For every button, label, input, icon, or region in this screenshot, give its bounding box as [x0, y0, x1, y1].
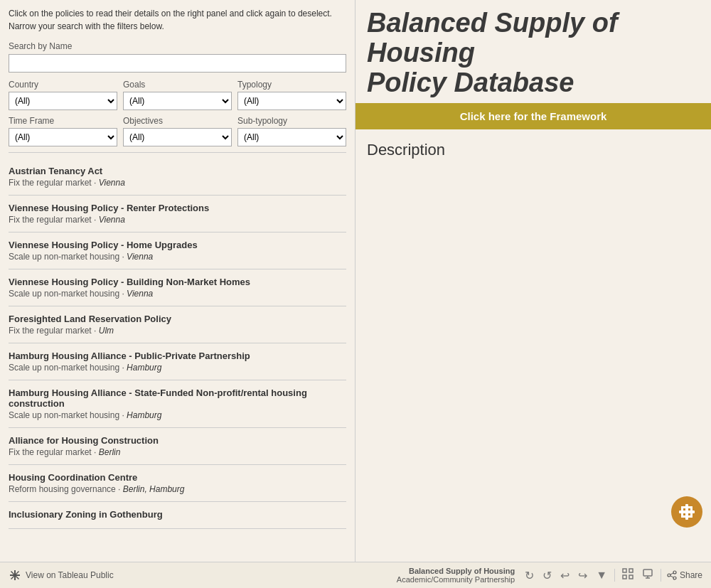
svg-rect-13 [629, 575, 633, 579]
policy-title: Foresighted Land Reservation Policy [9, 314, 346, 324]
list-item[interactable]: Viennese Housing Policy - Renter Protect… [9, 196, 346, 232]
goals-filter-group: Goals (All) [123, 80, 232, 110]
country-filter-label: Country [9, 80, 117, 90]
more-button[interactable]: ▼ [594, 567, 609, 583]
policy-title: Hamburg Housing Alliance - Public-Privat… [9, 351, 346, 361]
svg-rect-10 [623, 569, 626, 572]
timeframe-filter-group: Time Frame (All) [9, 116, 117, 146]
svg-point-19 [673, 577, 676, 579]
list-item[interactable]: Housing Coordination Centre Reform housi… [9, 465, 346, 502]
list-item[interactable]: Viennese Housing Policy - Building Non-M… [9, 269, 346, 306]
policy-title: Housing Coordination Centre [9, 472, 346, 483]
tableau-logo-icon [671, 496, 702, 528]
download-icon [642, 568, 653, 579]
svg-rect-14 [643, 570, 652, 576]
list-item[interactable]: Inclusionary Zoning in Gothenburg [9, 502, 346, 529]
goals-filter-label: Goals [123, 80, 232, 90]
typology-filter-label: Typology [237, 80, 346, 90]
svg-rect-12 [623, 575, 626, 579]
svg-rect-5 [681, 515, 693, 518]
policy-subtitle: Scale up non-market housing · Hamburg [9, 363, 346, 373]
tableau-svg-icon [677, 502, 697, 522]
typology-filter-group: Typology (All) [237, 80, 346, 110]
country-filter-group: Country (All) [9, 80, 117, 110]
policy-title: Hamburg Housing Alliance - State-Funded … [9, 387, 346, 409]
redo-button[interactable]: ↺ [541, 567, 553, 584]
goals-filter-select[interactable]: (All) [123, 92, 232, 110]
separator [614, 569, 615, 582]
policy-subtitle: Fix the regular market · Vienna [9, 178, 346, 188]
policy-subtitle: Fix the regular market · Ulm [9, 326, 346, 336]
policy-subtitle: Scale up non-market housing · Vienna [9, 252, 346, 262]
list-item[interactable]: Hamburg Housing Alliance - Public-Privat… [9, 343, 346, 380]
bottom-right-info: Balanced Supply of Housing Academic/Comm… [397, 567, 515, 584]
policy-subtitle: Reform housing governance · Berlin, Hamb… [9, 484, 346, 494]
policy-title: Alliance for Housing Construction [9, 435, 346, 446]
svg-rect-4 [681, 506, 693, 508]
filters-row-1: Country (All) Goals (All) Typology (All) [9, 80, 346, 110]
list-item[interactable]: Viennese Housing Policy - Home Upgrades … [9, 232, 346, 269]
bottom-left: View on Tableau Public [9, 569, 114, 582]
undo-button[interactable]: ↻ [523, 567, 535, 584]
policy-title: Viennese Housing Policy - Building Non-M… [9, 277, 346, 287]
separator-2 [661, 569, 661, 582]
share-label: Share [680, 570, 702, 580]
list-item[interactable]: Austrian Tenancy Act Fix the regular mar… [9, 159, 346, 196]
search-input[interactable] [9, 54, 346, 73]
framework-button[interactable]: Click here for the Framework [356, 103, 711, 129]
subtypology-filter-select[interactable]: (All) [237, 128, 346, 146]
svg-point-17 [673, 571, 676, 574]
left-panel: Click on the policies to read their deta… [0, 0, 356, 562]
fullscreen-icon [622, 568, 634, 579]
reset-button[interactable]: ↩ [559, 567, 571, 584]
subtypology-filter-group: Sub-typology (All) [237, 116, 346, 146]
objectives-filter-label: Objectives [123, 116, 232, 126]
tableau-small-icon [9, 569, 21, 582]
svg-point-18 [668, 574, 670, 577]
instructions-text: Click on the policies to read their deta… [9, 7, 346, 33]
filters-row-2: Time Frame (All) Objectives (All) Sub-ty… [9, 116, 346, 146]
timeframe-filter-select[interactable]: (All) [9, 128, 117, 146]
forward-button[interactable]: ↪ [577, 567, 589, 584]
list-item[interactable]: Foresighted Land Reservation Policy Fix … [9, 306, 346, 343]
share-button[interactable]: Share [667, 570, 702, 580]
policy-title: Inclusionary Zoning in Gothenburg [9, 509, 346, 520]
list-item[interactable]: Hamburg Housing Alliance - State-Funded … [9, 380, 346, 428]
fullscreen-button[interactable] [621, 567, 635, 584]
description-section: Description [356, 135, 711, 165]
objectives-filter-group: Objectives (All) [123, 116, 232, 146]
policy-title: Austrian Tenancy Act [9, 166, 346, 176]
policy-subtitle: Fix the regular market · Vienna [9, 215, 346, 225]
typology-filter-select[interactable]: (All) [237, 92, 346, 110]
svg-rect-11 [629, 569, 633, 572]
country-filter-select[interactable]: (All) [9, 92, 117, 110]
policy-subtitle: Scale up non-market housing · Vienna [9, 289, 346, 299]
list-item[interactable]: Alliance for Housing Construction Fix th… [9, 428, 346, 465]
svg-line-21 [670, 576, 673, 577]
download-button[interactable] [641, 567, 655, 584]
share-icon [667, 570, 677, 580]
bottom-bar: View on Tableau Public Balanced Supply o… [0, 562, 711, 588]
subtypology-filter-label: Sub-typology [237, 116, 346, 126]
view-on-tableau-label[interactable]: View on Tableau Public [26, 570, 114, 580]
right-panel-inner: Balanced Supply of Housing Policy Databa… [356, 0, 711, 562]
policy-subtitle: Fix the regular market · Berlin [9, 447, 346, 457]
policy-list: Austrian Tenancy Act Fix the regular mar… [9, 159, 346, 529]
footer-subtitle: Academic/Community Partnership [397, 575, 515, 584]
app-title: Balanced Supply of Housing Policy Databa… [367, 9, 700, 97]
policy-subtitle: Scale up non-market housing · Hamburg [9, 410, 346, 420]
timeframe-filter-label: Time Frame [9, 116, 117, 126]
policy-title: Viennese Housing Policy - Renter Protect… [9, 203, 346, 213]
bottom-controls: ↻ ↺ ↩ ↪ ▼ [523, 567, 702, 584]
footer-title: Balanced Supply of Housing [409, 567, 515, 575]
search-label: Search by Name [9, 41, 346, 51]
objectives-filter-select[interactable]: (All) [123, 128, 232, 146]
description-title: Description [367, 141, 700, 159]
header-logo: Balanced Supply of Housing Policy Databa… [356, 0, 711, 97]
svg-line-20 [670, 573, 673, 574]
policy-title: Viennese Housing Policy - Home Upgrades [9, 240, 346, 250]
right-panel: Balanced Supply of Housing Policy Databa… [356, 0, 711, 562]
divider [9, 152, 346, 153]
